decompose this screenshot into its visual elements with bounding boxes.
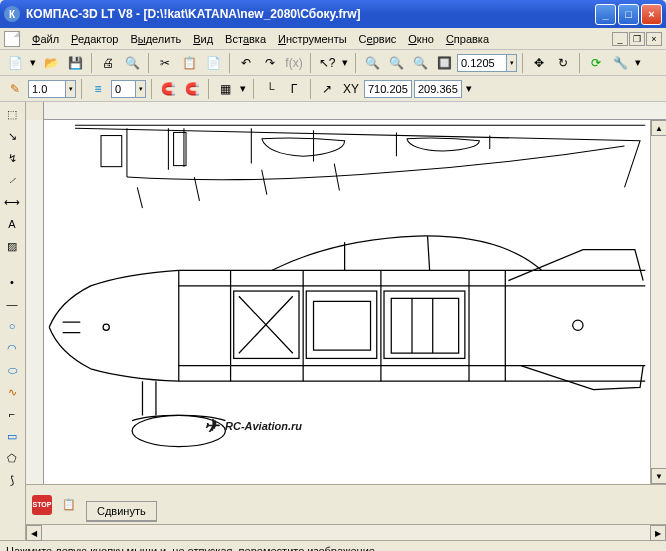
pointer-dropdown[interactable]: ▾ <box>340 52 350 74</box>
ellipse-icon: ⬭ <box>8 364 17 377</box>
new-button[interactable]: 📄 <box>4 52 26 74</box>
close-button[interactable]: × <box>641 4 662 25</box>
param-button[interactable]: 📋 <box>58 494 80 516</box>
curve-icon: ∿ <box>8 386 17 399</box>
tool-line[interactable]: ↘ <box>2 126 22 146</box>
zoom-fit-button[interactable]: 🔲 <box>433 52 455 74</box>
paste-button[interactable]: 📄 <box>202 52 224 74</box>
zoom-dropdown-arrow[interactable]: ▾ <box>507 54 517 72</box>
scroll-right-button[interactable]: ▶ <box>650 525 666 541</box>
layer-button[interactable]: ≡ <box>87 78 109 100</box>
snap-button[interactable]: Γ <box>283 78 305 100</box>
magnet-off-button[interactable]: 🧲 <box>157 78 179 100</box>
zoom-input[interactable] <box>457 54 507 72</box>
magnet-on-button[interactable]: 🧲 <box>181 78 203 100</box>
preview-button[interactable]: 🔍 <box>121 52 143 74</box>
pointer-icon: ↖? <box>319 56 336 70</box>
tool-arc[interactable]: ◠ <box>2 338 22 358</box>
settings-dropdown[interactable]: ▾ <box>633 52 643 74</box>
tool-select[interactable]: ⬚ <box>2 104 22 124</box>
xy-icon: XY <box>343 82 359 96</box>
grid-dropdown[interactable]: ▾ <box>238 78 248 100</box>
zoom-window-button[interactable]: 🔍 <box>409 52 431 74</box>
statusbar: Нажмите левую кнопку мыши и, не отпуская… <box>0 540 666 551</box>
tool-polygon[interactable]: ⬠ <box>2 448 22 468</box>
grid-button[interactable]: ▦ <box>214 78 236 100</box>
redo-button[interactable]: ↷ <box>259 52 281 74</box>
zoom-in-icon: 🔍 <box>365 56 380 70</box>
style-icon: ✎ <box>10 82 20 96</box>
scrollbar-vertical[interactable]: ▲ ▼ <box>650 120 666 484</box>
canvas[interactable]: ✈ RC-Aviation.ru ▲ ▼ <box>44 120 666 484</box>
tool-chamfer[interactable]: ⌐ <box>2 404 22 424</box>
cut-button[interactable]: ✂ <box>154 52 176 74</box>
document-icon[interactable] <box>4 31 20 47</box>
copy-button[interactable]: 📋 <box>178 52 200 74</box>
refresh-button[interactable]: ⟳ <box>585 52 607 74</box>
zoom-fit-icon: 🔲 <box>437 56 452 70</box>
scrollbar-horizontal[interactable]: ◀ ▶ <box>26 524 666 540</box>
xy-button[interactable]: XY <box>340 78 362 100</box>
menu-file[interactable]: Файл <box>26 31 65 47</box>
pan-icon: ✥ <box>534 56 544 70</box>
fx-button[interactable]: f(x) <box>283 52 305 74</box>
style-dropdown-arrow[interactable]: ▾ <box>66 80 76 98</box>
minimize-button[interactable]: _ <box>595 4 616 25</box>
coord-x-input[interactable] <box>364 80 412 98</box>
menu-service[interactable]: Сервис <box>353 31 403 47</box>
scroll-left-button[interactable]: ◀ <box>26 525 42 541</box>
left-toolbar: ⬚ ↘ ↯ ⟋ ⟷ A ▨ • — ○ ◠ ⬭ ∿ ⌐ ▭ ⬠ ⟆ <box>0 102 26 540</box>
settings-button[interactable]: 🔧 <box>609 52 631 74</box>
coord-y-input[interactable] <box>414 80 462 98</box>
coord-dropdown[interactable]: ▾ <box>464 78 474 100</box>
scroll-up-button[interactable]: ▲ <box>651 120 666 136</box>
tool-dimension[interactable]: ⟷ <box>2 192 22 212</box>
menu-view[interactable]: Вид <box>187 31 219 47</box>
tool-text[interactable]: A <box>2 214 22 234</box>
tool-polyline[interactable]: ↯ <box>2 148 22 168</box>
mdi-minimize-button[interactable]: _ <box>612 32 628 46</box>
mdi-close-button[interactable]: × <box>646 32 662 46</box>
tool-hatch[interactable]: ▨ <box>2 236 22 256</box>
style-button[interactable]: ✎ <box>4 78 26 100</box>
menu-editor[interactable]: Редактор <box>65 31 124 47</box>
menu-tools[interactable]: Инструменты <box>272 31 353 47</box>
menu-select[interactable]: Выделить <box>124 31 187 47</box>
tool-contour[interactable]: ⟆ <box>2 470 22 490</box>
coord-sys-button[interactable]: ↗ <box>316 78 338 100</box>
tool-point[interactable]: • <box>2 272 22 292</box>
pan-button[interactable]: ✥ <box>528 52 550 74</box>
refresh-icon: ⟳ <box>591 56 601 70</box>
tool-ellipse[interactable]: ⬭ <box>2 360 22 380</box>
menu-insert[interactable]: Вставка <box>219 31 272 47</box>
tool-rectangle[interactable]: ▭ <box>2 426 22 446</box>
tool-circle[interactable]: ○ <box>2 316 22 336</box>
stop-button[interactable]: STOP <box>32 495 52 515</box>
zoom-in-button[interactable]: 🔍 <box>361 52 383 74</box>
pointer-button[interactable]: ↖? <box>316 52 338 74</box>
scroll-down-button[interactable]: ▼ <box>651 468 666 484</box>
zoom-out-button[interactable]: 🔍 <box>385 52 407 74</box>
tool-spline[interactable]: ⟋ <box>2 170 22 190</box>
layer-dropdown-arrow[interactable]: ▾ <box>136 80 146 98</box>
style-input[interactable] <box>28 80 66 98</box>
menu-window[interactable]: Окно <box>402 31 440 47</box>
wrench-icon: 🔧 <box>613 56 628 70</box>
tool-segment[interactable]: — <box>2 294 22 314</box>
tool-curve[interactable]: ∿ <box>2 382 22 402</box>
orbit-button[interactable]: ↻ <box>552 52 574 74</box>
tab-move[interactable]: Сдвинуть <box>86 501 157 522</box>
undo-button[interactable]: ↶ <box>235 52 257 74</box>
open-icon: 📂 <box>44 56 59 70</box>
coord-sys-icon: ↗ <box>322 82 332 96</box>
print-button[interactable]: 🖨 <box>97 52 119 74</box>
menu-help[interactable]: Справка <box>440 31 495 47</box>
save-button[interactable]: 💾 <box>64 52 86 74</box>
svg-rect-0 <box>101 136 122 167</box>
mdi-restore-button[interactable]: ❐ <box>629 32 645 46</box>
open-button[interactable]: 📂 <box>40 52 62 74</box>
new-dropdown[interactable]: ▾ <box>28 52 38 74</box>
layer-input[interactable] <box>111 80 136 98</box>
maximize-button[interactable]: □ <box>618 4 639 25</box>
ortho-button[interactable]: └ <box>259 78 281 100</box>
